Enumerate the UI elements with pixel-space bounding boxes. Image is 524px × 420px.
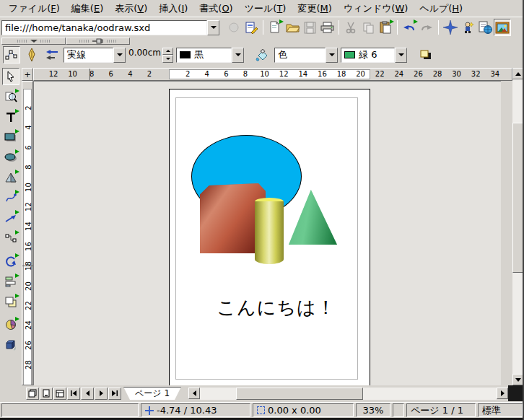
page-mode-button[interactable] — [26, 388, 39, 400]
menu-format[interactable]: 書式(O) — [193, 0, 238, 17]
edit-file-button[interactable] — [243, 19, 260, 36]
hruler-label: 8 — [243, 70, 248, 78]
rectangle-tool-button[interactable] — [2, 128, 19, 146]
edit-points-button[interactable] — [3, 46, 20, 64]
area-dialog-button[interactable] — [254, 46, 271, 64]
url-input[interactable]: file:///home/tanaka/oodraw.sxd — [1, 20, 207, 35]
toolbar-collapse-segment[interactable] — [1, 38, 66, 45]
long-click-flag-icon — [15, 89, 19, 93]
pen-icon — [27, 48, 36, 62]
cylinder-shape[interactable] — [255, 201, 284, 264]
hruler-label: 12 — [279, 70, 289, 78]
scroll-right-button[interactable] — [497, 388, 508, 399]
wizard-button[interactable] — [459, 19, 476, 36]
web-document-button[interactable] — [476, 19, 494, 36]
line-width-value[interactable]: 0.00cm — [128, 48, 162, 63]
hruler-label: 32 — [471, 70, 481, 78]
last-page-button[interactable] — [108, 388, 121, 400]
line-style-value[interactable]: 実線 — [64, 48, 113, 63]
menu-view[interactable]: 表示(V) — [109, 0, 153, 17]
line-width-spinner[interactable]: 0.00cm — [128, 48, 173, 63]
line-color-dropdown-button[interactable] — [232, 48, 244, 63]
url-combobox[interactable]: file:///home/tanaka/oodraw.sxd — [1, 20, 219, 35]
new-document-button[interactable] — [266, 19, 284, 36]
fill-style-dropdown-button[interactable] — [326, 48, 338, 63]
line-color-combobox[interactable]: 黒 — [176, 48, 244, 63]
page-number-field[interactable]: ページ 1 / 1 — [406, 403, 476, 417]
effects3d-tool-button[interactable] — [2, 336, 19, 354]
text-tool-button[interactable] — [2, 108, 19, 126]
print-button[interactable] — [318, 19, 336, 36]
arrange-tool-button[interactable] — [2, 293, 19, 310]
fill-style-combobox[interactable]: 色 — [274, 48, 338, 63]
fill-color-combobox[interactable]: 緑 6 — [341, 48, 407, 63]
scroll-up-button[interactable] — [512, 68, 524, 79]
menu-modify[interactable]: 変更(M) — [292, 0, 337, 17]
scroll-left-button[interactable] — [188, 388, 200, 399]
menu-file[interactable]: ファイル(F) — [3, 0, 66, 17]
spin-up-button[interactable] — [162, 48, 173, 56]
undo-button[interactable] — [401, 19, 418, 36]
line-dialog-button[interactable] — [23, 46, 40, 64]
previous-page-button[interactable] — [81, 388, 94, 400]
print-icon — [320, 22, 334, 33]
paste-button[interactable] — [377, 19, 394, 36]
long-click-flag-icon — [15, 253, 19, 258]
horizontal-scrollbar[interactable] — [188, 388, 508, 400]
fill-color-dropdown-button[interactable] — [395, 48, 407, 63]
layer-mode-button[interactable] — [53, 388, 66, 400]
hscroll-track[interactable] — [200, 388, 497, 400]
cursor-position-field[interactable]: -4.74 / 10.43 — [141, 403, 250, 417]
navigator-button[interactable] — [442, 19, 459, 36]
vscroll-track[interactable] — [512, 79, 524, 374]
ruler-origin-button[interactable]: + — [22, 68, 33, 81]
rotate-tool-button[interactable] — [2, 253, 19, 270]
select-tool-button[interactable] — [2, 68, 19, 85]
hscroll-thumb[interactable] — [236, 388, 363, 400]
web-document-icon — [479, 21, 492, 34]
arrow-style-button[interactable] — [43, 46, 61, 64]
insert-tool-button[interactable] — [2, 316, 19, 333]
zoom-tool-button[interactable] — [2, 88, 19, 105]
size-icon — [257, 406, 265, 414]
triangle-right-icon — [501, 390, 505, 396]
fill-style-value[interactable]: 色 — [274, 48, 326, 63]
first-page-button[interactable] — [67, 388, 80, 400]
page-tab[interactable]: ページ 1 — [123, 387, 181, 400]
alignment-tool-button[interactable] — [2, 273, 19, 290]
greeting-text[interactable]: こんにちは！ — [150, 295, 403, 320]
horizontal-ruler[interactable]: 12108642246810121416182022242628303234 — [33, 68, 512, 81]
connector-tool-button[interactable] — [2, 229, 19, 247]
vertical-ruler[interactable]: 246810121416182022242628 — [22, 81, 33, 385]
master-mode-button[interactable] — [40, 388, 53, 400]
scroll-down-button[interactable] — [512, 374, 524, 385]
menu-insert[interactable]: 挿入(I) — [153, 0, 193, 17]
zoom-field[interactable]: 33% — [356, 403, 390, 417]
next-page-button[interactable] — [95, 388, 108, 400]
url-dropdown-button[interactable] — [207, 20, 219, 35]
spin-down-button[interactable] — [162, 55, 173, 63]
object-size-field[interactable]: 0.00 x 0.00 — [253, 403, 354, 417]
ellipse-tool-button[interactable] — [2, 149, 19, 166]
line-style-dropdown-button[interactable] — [113, 48, 126, 63]
objects3d-tool-button[interactable] — [2, 169, 19, 186]
vscroll-thumb[interactable] — [512, 123, 524, 273]
shadow-button[interactable] — [417, 46, 435, 64]
grip-icon — [79, 40, 89, 43]
menu-edit[interactable]: 編集(E) — [66, 0, 109, 17]
toolbar-pin-segment[interactable] — [66, 38, 130, 45]
line-color-value[interactable]: 黒 — [176, 48, 232, 63]
open-button[interactable] — [284, 19, 301, 36]
triangle-up-icon — [515, 72, 521, 76]
line-arrow-tool-button[interactable] — [2, 209, 19, 227]
line-style-combobox[interactable]: 実線 — [64, 48, 126, 63]
fill-color-value[interactable]: 緑 6 — [341, 48, 395, 63]
drawing-canvas[interactable]: こんにちは！ — [33, 81, 501, 385]
menu-window[interactable]: ウィンドウ(W) — [338, 0, 414, 17]
page-style-field[interactable]: 標準 — [478, 403, 523, 417]
vertical-scrollbar[interactable] — [512, 65, 524, 385]
gallery-button[interactable] — [494, 19, 511, 36]
menu-tools[interactable]: ツール(T) — [239, 0, 292, 17]
curve-tool-button[interactable] — [2, 189, 19, 206]
menu-help[interactable]: ヘルプ(H) — [414, 0, 468, 17]
